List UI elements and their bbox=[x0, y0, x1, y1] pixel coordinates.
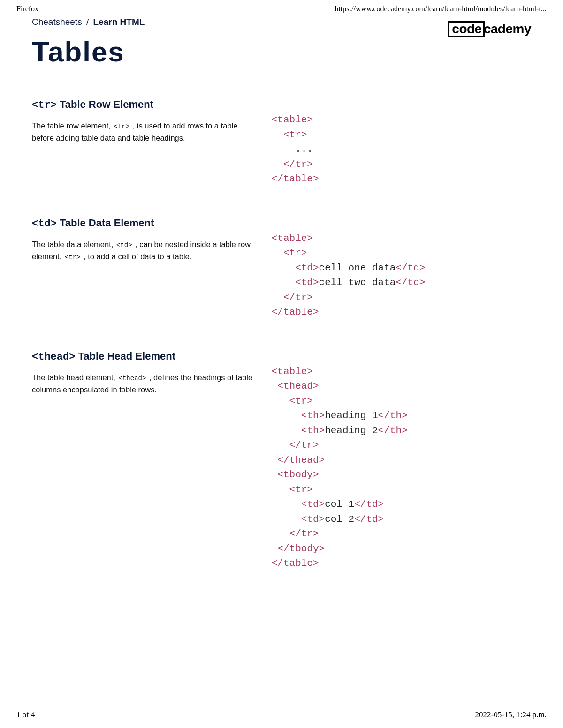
inline-code: <tr> bbox=[113, 123, 130, 130]
section-title-tag: <td> bbox=[32, 218, 57, 230]
code-block: <table> <tr> <td>cell one data</td> <td>… bbox=[272, 231, 531, 320]
breadcrumb-root[interactable]: Cheatsheets bbox=[32, 17, 82, 27]
breadcrumb-current: Learn HTML bbox=[93, 17, 145, 27]
logo-box: code bbox=[448, 21, 484, 37]
section-title-tag: <thead> bbox=[32, 351, 75, 363]
inline-code: <thead> bbox=[118, 375, 147, 382]
code-block: <table> <tr> ... </tr> </table> bbox=[272, 113, 531, 187]
inline-code: <td> bbox=[115, 241, 133, 249]
section-left: <tr> Table Row ElementThe table row elem… bbox=[32, 98, 272, 144]
section-description: The table data element, <td> , can be ne… bbox=[32, 238, 258, 263]
section-left: <thead> Table Head ElementThe table head… bbox=[32, 350, 272, 396]
page-counter: 1 of 4 bbox=[16, 710, 35, 720]
section-title-tag: <tr> bbox=[32, 99, 57, 111]
inline-code: <tr> bbox=[64, 254, 82, 261]
logo-rest: cademy bbox=[484, 22, 531, 36]
print-timestamp: 2022-05-15, 1:24 p.m. bbox=[475, 710, 547, 720]
section-right: <table> <tr> <td>cell one data</td> <td>… bbox=[272, 217, 531, 320]
page-title: Tables bbox=[32, 36, 531, 68]
section-title-text: Table Data Element bbox=[57, 217, 154, 229]
section: <td> Table Data ElementThe table data el… bbox=[32, 217, 531, 320]
section-title: <tr> Table Row Element bbox=[32, 98, 258, 111]
section-description: The table head element, <thead> , define… bbox=[32, 371, 258, 396]
logo: codecademy bbox=[448, 21, 531, 37]
browser-name: Firefox bbox=[16, 5, 38, 13]
code-block: <table> <thead> <tr> <th>heading 1</th> … bbox=[272, 364, 531, 571]
section-right: <table> <tr> ... </tr> </table> bbox=[272, 98, 531, 187]
section-title-text: Table Head Element bbox=[75, 350, 175, 362]
section: <tr> Table Row ElementThe table row elem… bbox=[32, 98, 531, 187]
page-url: https://www.codecademy.com/learn/learn-h… bbox=[335, 5, 547, 13]
section-title-text: Table Row Element bbox=[57, 98, 153, 110]
section-title: <td> Table Data Element bbox=[32, 217, 258, 230]
section: <thead> Table Head ElementThe table head… bbox=[32, 350, 531, 571]
print-header: Firefox https://www.codecademy.com/learn… bbox=[0, 0, 563, 13]
print-footer: 1 of 4 2022-05-15, 1:24 p.m. bbox=[16, 710, 547, 720]
breadcrumb-separator: / bbox=[86, 17, 89, 27]
section-title: <thead> Table Head Element bbox=[32, 350, 258, 363]
section-right: <table> <thead> <tr> <th>heading 1</th> … bbox=[272, 350, 531, 571]
section-description: The table row element, <tr> , is used to… bbox=[32, 120, 258, 144]
section-left: <td> Table Data ElementThe table data el… bbox=[32, 217, 272, 263]
